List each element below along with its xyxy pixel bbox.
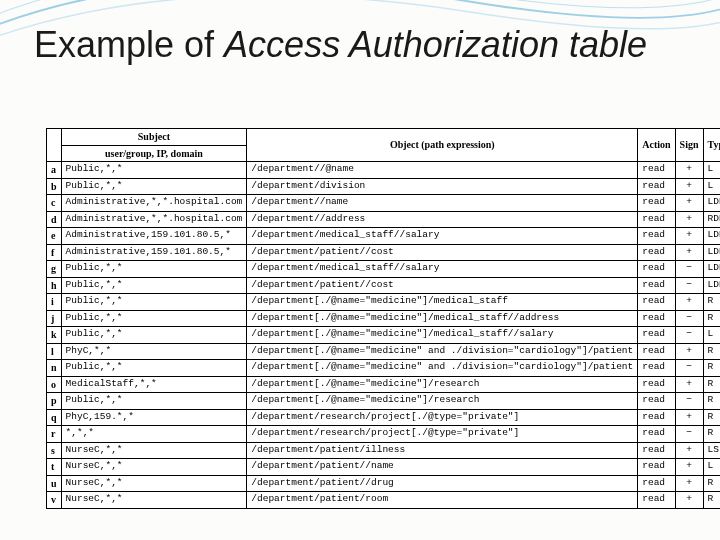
table-row: lPhyC,*,*/department[./@name="medicine" … [47,343,721,360]
cell-object: /department[./@name="medicine"]/medical_… [247,294,638,311]
cell-sign: + [675,475,703,492]
cell-type: LDH [703,195,720,212]
cell-subject: NurseC,*,* [61,442,247,459]
table-row: qPhyC,159.*,*/department/research/projec… [47,409,721,426]
cell-subject: Public,*,* [61,277,247,294]
table-row: jPublic,*,*/department[./@name="medicine… [47,310,721,327]
cell-object: /department//address [247,211,638,228]
row-id: i [47,294,62,311]
cell-sign: + [675,409,703,426]
table-row: hPublic,*,*/department/patient//costread… [47,277,721,294]
cell-type: R [703,376,720,393]
header-object: Object (path expression) [247,129,638,162]
cell-object: /department/patient//drug [247,475,638,492]
cell-sign: + [675,294,703,311]
table-row: tNurseC,*,*/department/patient//nameread… [47,459,721,476]
row-id: d [47,211,62,228]
cell-subject: NurseC,*,* [61,475,247,492]
cell-type: L [703,162,720,179]
cell-type: LDH [703,277,720,294]
table-row: aPublic,*,*/department//@nameread+L [47,162,721,179]
cell-sign: + [675,178,703,195]
cell-action: read [638,211,675,228]
cell-type: LDH [703,244,720,261]
cell-action: read [638,162,675,179]
cell-action: read [638,261,675,278]
cell-object: /department/patient//name [247,459,638,476]
row-id: s [47,442,62,459]
cell-object: /department[./@name="medicine" and ./div… [247,360,638,377]
header-row-1: Subject Object (path expression) Action … [47,129,721,146]
cell-object: /department/medical_staff//salary [247,228,638,245]
header-subject: Subject [61,129,247,146]
cell-sign: − [675,277,703,294]
cell-sign: + [675,162,703,179]
table-row: nPublic,*,*/department[./@name="medicine… [47,360,721,377]
cell-type: L [703,327,720,344]
cell-subject: *,*,* [61,426,247,443]
cell-action: read [638,459,675,476]
row-id: p [47,393,62,410]
table-body: aPublic,*,*/department//@nameread+LbPubl… [47,162,721,509]
row-id: q [47,409,62,426]
row-id: e [47,228,62,245]
table-row: kPublic,*,*/department[./@name="medicine… [47,327,721,344]
cell-action: read [638,376,675,393]
header-subject-sub: user/group, IP, domain [61,145,247,162]
table-row: fAdministrative,159.101.80.5,*/departmen… [47,244,721,261]
table-row: dAdministrative,*,*.hospital.com/departm… [47,211,721,228]
cell-object: /department//name [247,195,638,212]
cell-sign: + [675,228,703,245]
cell-sign: − [675,426,703,443]
row-id: k [47,327,62,344]
cell-action: read [638,277,675,294]
cell-subject: Administrative,159.101.80.5,* [61,228,247,245]
row-id: t [47,459,62,476]
row-id: j [47,310,62,327]
cell-type: R [703,343,720,360]
cell-subject: Administrative,*,*.hospital.com [61,195,247,212]
cell-sign: − [675,261,703,278]
cell-action: read [638,294,675,311]
cell-type: R [703,360,720,377]
cell-type: R [703,409,720,426]
table-row: sNurseC,*,*/department/patient/illnessre… [47,442,721,459]
cell-object: /department[./@name="medicine" and ./div… [247,343,638,360]
title-plain: Example of [34,24,224,65]
table-row: cAdministrative,*,*.hospital.com/departm… [47,195,721,212]
row-id: f [47,244,62,261]
table-row: bPublic,*,*/department/divisionread+L [47,178,721,195]
cell-object: /department/division [247,178,638,195]
table-row: r*,*,*/department/research/project[./@ty… [47,426,721,443]
cell-object: /department/medical_staff//salary [247,261,638,278]
cell-type: LDH [703,228,720,245]
cell-object: /department/research/project[./@type="pr… [247,409,638,426]
cell-subject: Administrative,*,*.hospital.com [61,211,247,228]
cell-sign: + [675,343,703,360]
cell-type: LDH [703,261,720,278]
cell-action: read [638,195,675,212]
cell-action: read [638,360,675,377]
cell-object: /department[./@name="medicine"]/research [247,393,638,410]
cell-type: R [703,492,720,509]
cell-sign: + [675,459,703,476]
cell-object: /department/patient//cost [247,244,638,261]
cell-object: /department[./@name="medicine"]/medical_… [247,327,638,344]
row-id: o [47,376,62,393]
cell-subject: PhyC,159.*,* [61,409,247,426]
row-id: c [47,195,62,212]
cell-object: /department[./@name="medicine"]/research [247,376,638,393]
cell-object: /department[./@name="medicine"]/medical_… [247,310,638,327]
table-row: vNurseC,*,*/department/patient/roomread+… [47,492,721,509]
cell-subject: NurseC,*,* [61,459,247,476]
cell-sign: + [675,244,703,261]
cell-sign: + [675,195,703,212]
cell-object: /department/research/project[./@type="pr… [247,426,638,443]
cell-action: read [638,426,675,443]
cell-action: read [638,310,675,327]
slide-title: Example of Access Authorization table [34,24,647,65]
cell-subject: Public,*,* [61,294,247,311]
cell-object: /department/patient/room [247,492,638,509]
row-id: g [47,261,62,278]
cell-action: read [638,244,675,261]
